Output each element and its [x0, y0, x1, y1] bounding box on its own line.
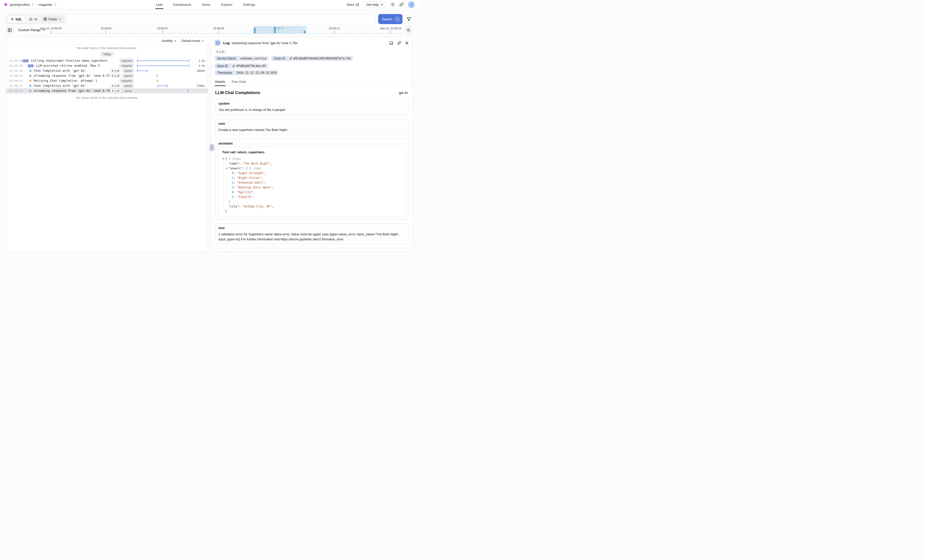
timeline-histogram[interactable]: Nov 12, 22:59:0322:59:0522:59:0722:59:09…	[50, 26, 403, 35]
timeline-selection[interactable]	[254, 26, 307, 34]
docs-link[interactable]: Docs	[347, 3, 359, 6]
tab-settings[interactable]: Settings	[242, 0, 256, 9]
json-token-punct: ,	[272, 186, 274, 189]
json-indent-guide	[227, 195, 229, 199]
message-role-label: assistant	[218, 251, 405, 252]
fields-dropdown-button[interactable]: Fields	[41, 16, 64, 23]
chip-value[interactable]: #fd81e8f78c4ecc9f	[230, 63, 268, 68]
span-duration-track	[136, 73, 192, 78]
log-list-body: No older items in the selected time wind…	[6, 45, 208, 252]
log-row[interactable]: 22:59:105LLM-assisted retries enabled. M…	[6, 63, 208, 68]
json-token-str: "Stealth"	[237, 195, 253, 199]
filter-button[interactable]	[406, 14, 412, 24]
json-token-str: "The Bark Night"	[242, 162, 270, 165]
log-row[interactable]: 22:59:11Retrying Chat Completion. Attemp…	[6, 78, 208, 83]
json-indent-guide	[223, 204, 225, 209]
json-token-punct: :	[233, 181, 237, 184]
tab-live[interactable]: Live	[156, 0, 163, 9]
json-line: "powers": [6 items	[222, 166, 401, 171]
json-line: ]	[222, 199, 401, 204]
spark-asterisk-icon	[11, 18, 14, 21]
tab-explore[interactable]: Explore	[221, 0, 233, 9]
copy-link-button[interactable]	[397, 41, 401, 45]
green-dot-icon	[112, 90, 113, 92]
visibility-dropdown[interactable]: Visibility	[162, 39, 177, 43]
ai-label: AI	[34, 17, 37, 21]
trace-id-chip: Trace ID#9146a6974e4e6140538043607a71c75…	[271, 56, 353, 61]
collapse-count-badge[interactable]: 6	[22, 59, 29, 62]
json-line: "name": "The Bark Night",	[222, 161, 401, 166]
log-row[interactable]: 22:59:11Chat Completion with 'gpt-4o'LLM…	[6, 83, 208, 88]
log-tags: LLMopenai	[110, 84, 134, 88]
green-dot-icon	[112, 70, 113, 71]
panel-resize-handle[interactable]	[209, 144, 214, 151]
llm-tag: LLM	[110, 84, 121, 88]
today-badge: Today	[100, 51, 114, 57]
log-row[interactable]: 22:59:10Chat Completion with 'gpt-4o'LLM…	[6, 68, 208, 73]
json-token-punct: ,	[253, 195, 254, 199]
ai-mode-button[interactable]: AI	[27, 16, 39, 23]
span-duration-bar	[137, 60, 189, 61]
log-list-header: Visibility Default levels	[6, 37, 208, 45]
log-tags: magentic	[120, 59, 134, 63]
json-token-punct: ,	[270, 162, 272, 165]
timeline-tick-label: 22:59:13	[329, 27, 340, 30]
table-grid-icon	[44, 17, 47, 21]
timeline-histogram-bar	[304, 30, 306, 33]
chevrons-up-down-icon[interactable]	[32, 3, 34, 6]
log-message: Chat Completion with 'gpt-4o'	[34, 84, 110, 88]
chevron-down-icon	[380, 4, 383, 6]
json-token-punct: :	[233, 176, 237, 180]
json-collapse-caret[interactable]	[222, 158, 225, 160]
json-indent-guide	[223, 180, 225, 185]
dock-panel-button[interactable]	[389, 41, 393, 45]
visibility-label: Visibility	[162, 39, 173, 43]
zoom-in-button[interactable]	[405, 26, 412, 35]
json-token-brace: [	[246, 167, 248, 170]
tab-raw-data[interactable]: Raw Data	[231, 78, 247, 86]
collapse-sidebar-button[interactable]	[6, 26, 14, 35]
collapse-count-badge[interactable]: 5	[27, 64, 34, 68]
external-link-icon	[356, 3, 359, 6]
span-duration-track	[136, 88, 192, 93]
log-message: Calling chatprompt-function make_superhe…	[31, 59, 120, 62]
funnel-icon	[407, 17, 411, 21]
json-token-idx: 1	[232, 176, 233, 180]
chevrons-up-down-icon[interactable]	[54, 3, 57, 6]
log-row[interactable]: 22:59:12streaming response from 'gpt-4o'…	[6, 88, 208, 93]
json-token-punct: :	[233, 171, 237, 175]
json-token-punct: :	[233, 186, 237, 189]
log-row[interactable]: 22:59:106Calling chatprompt-function mak…	[6, 58, 208, 63]
json-token-idx: 5	[232, 195, 233, 199]
span-duration-bar	[137, 71, 147, 71]
query-input[interactable]	[66, 14, 375, 24]
sql-mode-button[interactable]: SQL	[8, 15, 25, 23]
link-icon	[289, 57, 292, 60]
user-avatar[interactable]: J	[408, 1, 415, 8]
log-message: LLM-assisted retries enabled. Max 3	[36, 64, 120, 68]
tab-details[interactable]: Details	[215, 78, 226, 86]
tab-dashboards[interactable]: Dashboards	[172, 0, 192, 9]
detail-tabs: DetailsRaw Data	[211, 78, 412, 86]
chip-value[interactable]: #9146a6974e4e6140538043607a71c75e	[287, 56, 353, 61]
share-link-button[interactable]	[399, 2, 404, 7]
tab-alerts[interactable]: Alerts	[201, 0, 211, 9]
breadcrumb-org[interactable]: jackmpcollins	[10, 3, 30, 6]
theme-toggle-button[interactable]	[390, 2, 395, 7]
json-indent-guide	[223, 171, 225, 175]
detail-type-label: Log:	[223, 41, 230, 45]
breadcrumb-project[interactable]: magentic	[39, 3, 53, 6]
json-collapse-caret[interactable]	[225, 168, 228, 169]
json-line: 4: "Agility",	[222, 190, 401, 195]
close-button[interactable]	[405, 41, 409, 45]
caret-down-icon	[225, 168, 228, 169]
green-dot-icon	[112, 85, 113, 86]
default-levels-dropdown[interactable]: Default levels	[182, 39, 204, 43]
json-token-idx: 4	[232, 190, 233, 194]
log-row[interactable]: 22:59:11streaming response from 'gpt-4o'…	[6, 73, 208, 78]
robot-icon	[29, 17, 33, 21]
span-duration-label: 384ms	[192, 69, 205, 72]
log-time: 22:59:10	[6, 59, 22, 62]
get-help-button[interactable]: Get help	[363, 1, 386, 8]
search-button[interactable]: Search ↵	[378, 14, 402, 24]
